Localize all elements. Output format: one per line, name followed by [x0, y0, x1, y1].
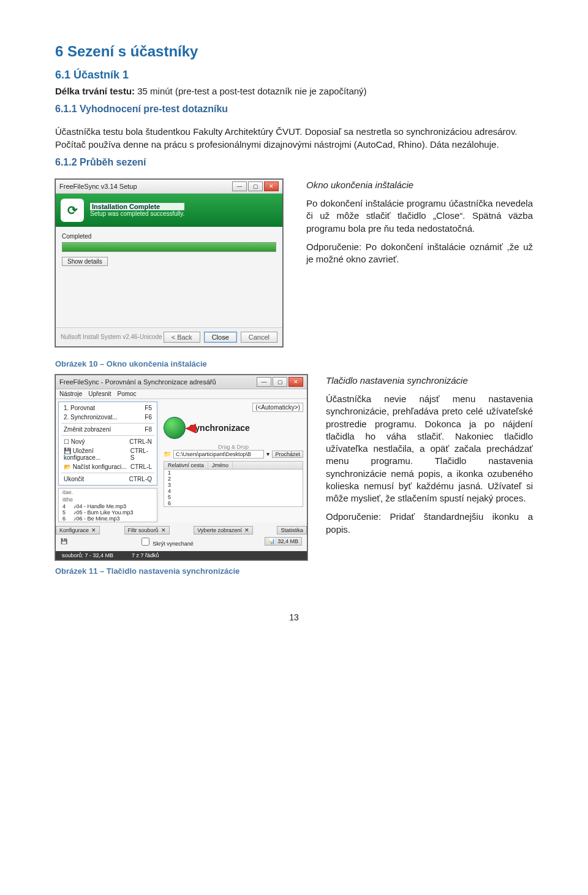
install-complete-sub: Setup was completed successfully.	[90, 210, 184, 217]
duration-value: 35 minút (pre-test a post-test dotazník …	[137, 86, 366, 96]
installer-title: FreeFileSync v3.14 Setup	[59, 183, 137, 190]
nsis-text: Nullsoft Install System v2.46-Unicode	[61, 333, 162, 340]
sync-button-area: Synchronizace	[164, 417, 303, 439]
sync-menubar[interactable]: Nástroje Upřesnit Pomoc	[56, 389, 307, 399]
figure-10-caption: Obrázek 10 – Okno ukončenia inštalácie	[55, 359, 533, 368]
folder-icon[interactable]: 📁	[164, 451, 171, 457]
show-details-button[interactable]: Show details	[62, 257, 108, 266]
save-icon[interactable]: 💾	[61, 538, 67, 544]
sync-right-pane: (<Automaticky>) Synchronizace Drag & Dro…	[160, 399, 307, 522]
maximize-icon[interactable]: ▢	[248, 181, 263, 191]
install-complete-title: Installation Complete	[90, 203, 184, 210]
sync-description: Tlačidlo nastavenia synchronizácie Účast…	[326, 375, 533, 582]
sync-action-label[interactable]: Synchronizace	[189, 423, 250, 433]
sync-screenshot: FreeFileSync - Porovnání a Synchronizace…	[55, 375, 307, 582]
menu-help[interactable]: Pomoc	[118, 390, 137, 397]
tab-filter[interactable]: Filtr souborů✕	[124, 526, 170, 535]
sync-tab-bar: Konfigurace✕ Filtr souborů✕ Vyberte zobr…	[56, 526, 307, 535]
path-row: 📁 C:\Users\participant\Desktop\B ▾ Proch…	[164, 450, 303, 459]
tools-dropdown[interactable]: 1. PorovnatF5 2. Synchronizovat...F6 Změ…	[58, 402, 157, 486]
col-relpath[interactable]: Relativní cesta	[164, 462, 208, 469]
menu-item-load[interactable]: 📂 Načíst konfiguraci...CTRL-L	[59, 462, 157, 471]
close-button[interactable]: Close	[204, 332, 237, 343]
path-input[interactable]: C:\Users\participant\Desktop\B	[173, 450, 264, 459]
window-controls: — ▢ ✕	[232, 181, 279, 191]
browse-button[interactable]: Procházet	[272, 451, 303, 458]
heading-session: 6.1.2 Průběh sezení	[55, 157, 533, 168]
menu-item-new[interactable]: ☐ NovýCTRL-N	[59, 437, 157, 446]
row-sync: FreeFileSync - Porovnání a Synchronizace…	[55, 375, 533, 582]
menu-tools[interactable]: Nástroje	[59, 390, 82, 397]
dropdown-icon[interactable]: ▾	[266, 451, 270, 457]
list-item[interactable]: 6♪ 06 - Be Mine.mp3	[59, 516, 157, 522]
row-installer: FreeFileSync v3.14 Setup — ▢ ✕ ⟳ Install…	[55, 179, 533, 347]
auto-mode-box[interactable]: (<Automaticky>)	[252, 403, 303, 412]
arrow-highlight-icon	[185, 424, 196, 433]
sync-window-title: FreeFileSync - Porovnání a Synchronizace…	[59, 378, 216, 386]
installer-screenshot: FreeFileSync v3.14 Setup — ▢ ✕ ⟳ Install…	[55, 179, 288, 347]
menu-item-exit[interactable]: UkončitCTRL-Q	[59, 474, 157, 484]
table-header: Relativní cesta Jméno	[164, 461, 303, 470]
menu-advanced[interactable]: Upřesnit	[88, 390, 111, 397]
sync-window: FreeFileSync - Porovnání a Synchronizace…	[55, 375, 307, 560]
test-duration-line: Délka trvání testu: 35 minút (pre-test a…	[55, 85, 533, 97]
table-row[interactable]: 4	[164, 488, 303, 494]
dialog-buttons: < Back Close Cancel	[164, 332, 277, 343]
maximize-icon[interactable]: ▢	[273, 377, 287, 387]
page-number: 13	[55, 612, 533, 622]
status-rows: 7 z 7 řádků	[132, 552, 159, 558]
menu-item-sync[interactable]: 2. Synchronizovat...F6	[59, 413, 157, 422]
table-row[interactable]: 3	[164, 482, 303, 488]
progress-label: Completed	[62, 233, 276, 240]
desc2-p2: Odporučenie: Pridať štandardnejšiu ikonk…	[326, 511, 533, 536]
desc1-p1: Po dokončení inštalácie programu účastní…	[306, 197, 533, 235]
close-icon[interactable]: ✕	[264, 181, 279, 191]
menu-item-compare[interactable]: 1. PorovnatF5	[59, 403, 157, 413]
installer-footer: Nullsoft Install System v2.46-Unicode < …	[56, 327, 282, 346]
duration-label: Délka trvání testu:	[55, 86, 135, 96]
figure-11-caption: Obrázek 11 – Tlačidlo nastavenia synchro…	[55, 566, 307, 576]
minimize-icon[interactable]: —	[257, 377, 271, 387]
sync-body: 1. PorovnatF5 2. Synchronizovat...F6 Změ…	[56, 399, 307, 522]
left-extra-2: itthe	[59, 496, 157, 503]
hide-excluded-checkbox[interactable]: Skrýt vynechané	[139, 536, 194, 547]
list-item[interactable]: 5♪ 05 - Bum Like You.mp3	[59, 509, 157, 516]
col-name[interactable]: Jméno	[208, 462, 233, 469]
table-row[interactable]: 1	[164, 470, 303, 476]
desc2-title: Tlačidlo nastavenia synchronizácie	[326, 375, 533, 387]
minimize-icon[interactable]: —	[232, 181, 247, 191]
sync-titlebar: FreeFileSync - Porovnání a Synchronizace…	[56, 375, 307, 389]
heading-participant: 6.1 Účastník 1	[55, 69, 533, 82]
installer-dialog: FreeFileSync v3.14 Setup — ▢ ✕ ⟳ Install…	[55, 179, 283, 347]
installer-description: Okno ukončenia inštalácie Po dokončení i…	[306, 179, 533, 347]
tab-view[interactable]: Vyberte zobrazení✕	[194, 526, 253, 535]
menu-item-view[interactable]: Změnit zobrazeníF8	[59, 425, 157, 434]
back-button: < Back	[164, 332, 200, 343]
desc1-title: Okno ukončenia inštalácie	[306, 179, 533, 191]
installer-body: Completed Show details	[56, 227, 282, 327]
progress-bar	[62, 242, 276, 252]
tab-stats[interactable]: Statistika	[277, 526, 307, 535]
heading-section: 6 Sezení s účastníky	[55, 43, 533, 60]
size-badge: 📊 32,4 MB	[265, 537, 302, 546]
app-icon: ⟳	[61, 199, 84, 222]
cancel-button: Cancel	[241, 332, 277, 343]
list-item[interactable]: 4♪ 04 - Handle Me.mp3	[59, 503, 157, 509]
left-extra-1: itae.	[59, 489, 157, 496]
table-row[interactable]: 2	[164, 476, 303, 482]
status-files: souborů: 7 - 32,4 MB	[62, 552, 113, 558]
tab-config[interactable]: Konfigurace✕	[56, 526, 100, 535]
pretest-paragraph: Účastníčka testu bola študentkou Fakulty…	[55, 126, 533, 151]
drag-drop-hint: Drag & Drop	[164, 444, 303, 450]
heading-pretest: 6.1.1 Vyhodnocení pre-test dotazníku	[55, 104, 533, 115]
desc1-p2: Odporučenie: Po dokončení inštalácie ozn…	[306, 241, 533, 266]
table-body: 1 2 3 4 5 6	[164, 470, 303, 507]
desc2-p1: Účastníčka nevie nájsť menu nastavenia s…	[326, 393, 533, 505]
status-bar: souborů: 7 - 32,4 MB 7 z 7 řádků	[56, 551, 307, 560]
table-row[interactable]: 6	[164, 500, 303, 506]
sync-settings-button[interactable]	[164, 417, 186, 439]
installer-header: ⟳ Installation Complete Setup was comple…	[56, 194, 282, 227]
table-row[interactable]: 5	[164, 494, 303, 500]
menu-item-save[interactable]: 💾 Uložení konfigurace...CTRL-S	[59, 446, 157, 462]
close-icon[interactable]: ✕	[288, 377, 303, 387]
